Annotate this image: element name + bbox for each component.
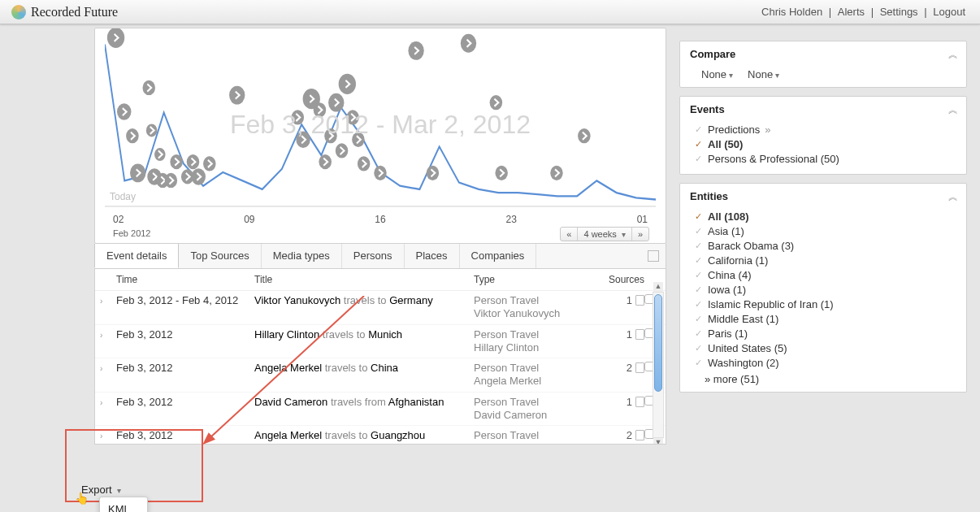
expand-row-icon[interactable]: › (100, 429, 116, 440)
table-row[interactable]: ›Feb 3, 2012Hillary Clinton travels to M… (95, 325, 666, 359)
svg-point-34 (495, 166, 507, 180)
timeline-node[interactable] (374, 166, 386, 180)
document-icon[interactable] (635, 362, 644, 373)
svg-point-35 (550, 166, 562, 180)
export-option-kml[interactable]: KML (100, 501, 147, 512)
cell-title: Hillary Clinton travels to Munich (254, 328, 474, 341)
table-row[interactable]: ›Feb 3, 2012Angela Merkel travels to Chi… (95, 358, 666, 393)
collapse-icon[interactable]: ︽ (948, 48, 958, 62)
collapse-icon[interactable]: ︽ (948, 103, 958, 117)
list-item[interactable]: ✓Predictions » (693, 122, 956, 137)
list-item[interactable]: ✓United States (5) (693, 341, 956, 355)
timeline-node[interactable] (578, 128, 590, 143)
link-settings[interactable]: Settings (877, 6, 921, 18)
timeline-node[interactable] (324, 128, 336, 143)
timeline-node[interactable] (165, 173, 177, 188)
timeline-node[interactable] (495, 166, 507, 180)
list-item[interactable]: ✓Paris (1) (693, 326, 956, 341)
tab-companies[interactable]: Companies (460, 244, 537, 268)
timeline-node[interactable] (187, 154, 199, 169)
compare-b-select[interactable]: None▾ (748, 68, 779, 80)
brand[interactable]: Recorded Future (11, 5, 118, 20)
col-sources[interactable]: Sources (579, 274, 644, 285)
tab-media-types[interactable]: Media types (262, 244, 342, 268)
timeline-node[interactable] (352, 132, 364, 147)
expand-row-icon[interactable]: › (100, 328, 116, 340)
timeline-node[interactable] (146, 124, 158, 137)
list-item-label: Islamic Republic of Iran (1) (708, 298, 834, 310)
list-item[interactable]: ✓All (108) (693, 209, 956, 223)
timeline-node[interactable] (490, 95, 502, 110)
document-icon[interactable] (635, 397, 644, 407)
document-icon[interactable] (635, 329, 644, 340)
timeline-node[interactable] (292, 110, 304, 124)
svg-point-15 (203, 156, 215, 171)
timeline-node[interactable] (336, 143, 348, 158)
timeline-node[interactable] (229, 86, 245, 105)
timeline-node[interactable] (408, 41, 423, 60)
timeline-node[interactable] (346, 110, 358, 124)
scroll-thumb[interactable] (654, 294, 662, 392)
tab-expand-icon[interactable] (648, 250, 659, 262)
timeline-node[interactable] (328, 93, 344, 112)
tab-top-sources[interactable]: Top Sources (179, 244, 261, 268)
timeline-node[interactable] (319, 154, 331, 169)
user-name[interactable]: Chris Holden (758, 6, 826, 18)
timeline-node[interactable] (296, 132, 310, 149)
timeline-node[interactable] (142, 80, 154, 95)
link-logout[interactable]: Logout (930, 6, 969, 18)
list-item[interactable]: ✓Iowa (1) (693, 282, 956, 297)
collapse-icon[interactable]: ︽ (948, 190, 958, 204)
tab-places[interactable]: Places (405, 244, 460, 268)
list-item[interactable]: ✓Persons & Professional (50) (693, 151, 956, 166)
scroll-up-icon[interactable]: ▲ (653, 282, 663, 292)
timeline-node[interactable] (107, 28, 124, 48)
timeline-node[interactable] (117, 103, 131, 120)
range-prev-button[interactable]: « (561, 228, 578, 241)
expand-row-icon[interactable]: › (100, 294, 116, 306)
table-row[interactable]: ›Feb 3, 2012David Cameron travels from A… (95, 393, 666, 427)
list-item[interactable]: ✓Middle East (1) (693, 311, 956, 326)
timeline-node[interactable] (550, 166, 562, 180)
timeline-chart[interactable]: Feb 3, 2012 - Mar 2, 2012 Today 02 09 16… (94, 28, 666, 244)
events-title: Events (690, 103, 956, 115)
link-alerts[interactable]: Alerts (835, 6, 868, 18)
entities-more[interactable]: » more (51) (690, 371, 956, 385)
list-item[interactable]: ✓China (4) (693, 267, 956, 282)
list-item[interactable]: ✓Barack Obama (3) (693, 238, 956, 253)
table-row[interactable]: ›Feb 3, 2012 - Feb 4, 2012Viktor Yanukov… (95, 291, 666, 325)
scrollbar[interactable]: ▲ ▼ (653, 292, 664, 438)
compare-a-select[interactable]: None▾ (701, 68, 733, 80)
table-row[interactable]: ›Feb 3, 2012Angela Merkel travels to Gua… (95, 426, 666, 445)
list-item[interactable]: ✓California (1) (693, 253, 956, 267)
list-item[interactable]: ✓Washington (2) (693, 355, 956, 370)
timeline-node[interactable] (427, 166, 439, 180)
col-title[interactable]: Title (254, 274, 474, 285)
svg-point-16 (229, 86, 245, 105)
document-icon[interactable] (635, 295, 644, 306)
timeline-node[interactable] (154, 148, 166, 161)
range-next-button[interactable]: » (632, 228, 648, 241)
timeline-node[interactable] (339, 74, 356, 94)
timeline-node[interactable] (203, 156, 215, 171)
timeline-node[interactable] (314, 102, 326, 117)
col-time[interactable]: Time (116, 274, 254, 285)
list-item[interactable]: ✓Islamic Republic of Iran (1) (693, 297, 956, 311)
expand-row-icon[interactable]: › (100, 362, 116, 373)
expand-row-icon[interactable]: › (100, 396, 116, 407)
scroll-down-icon[interactable]: ▼ (653, 438, 663, 445)
svg-point-24 (336, 143, 348, 158)
timeline-node[interactable] (192, 168, 206, 185)
tab-event-details[interactable]: Event details (94, 244, 179, 268)
timeline-node[interactable] (170, 154, 182, 169)
range-label-button[interactable]: 4 weeks ▾ (578, 228, 631, 241)
timeline-node[interactable] (358, 156, 370, 171)
timeline-node[interactable] (126, 128, 138, 143)
timeline-node[interactable] (461, 34, 476, 53)
list-item[interactable]: ✓Asia (1) (693, 223, 956, 238)
list-item[interactable]: ✓All (50) (693, 137, 956, 151)
document-icon[interactable] (635, 430, 644, 440)
tab-persons[interactable]: Persons (342, 244, 405, 268)
col-type[interactable]: Type (474, 274, 579, 285)
timeline-node[interactable] (130, 163, 145, 182)
